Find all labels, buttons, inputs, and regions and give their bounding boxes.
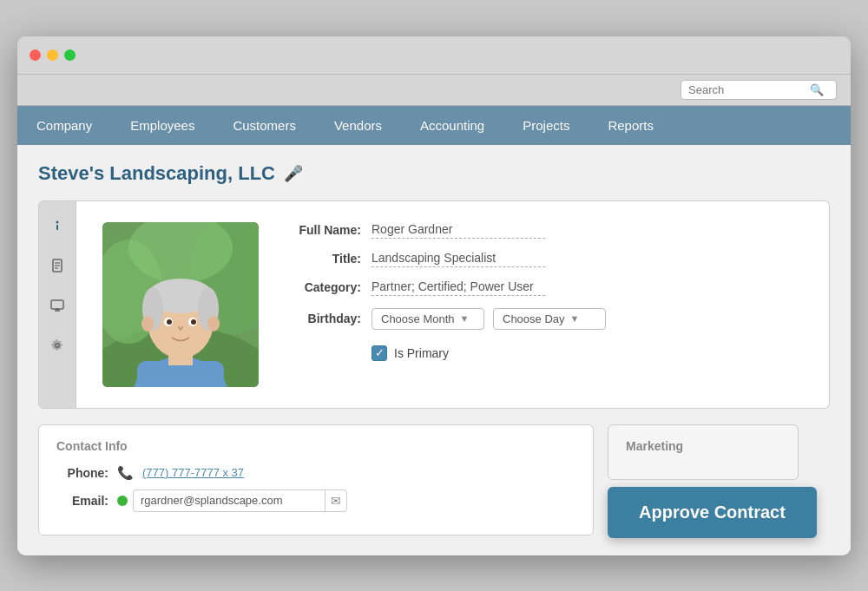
email-input[interactable] <box>134 490 325 510</box>
marketing-title: Marketing <box>626 439 780 453</box>
choose-day-label: Choose Day <box>503 312 565 325</box>
sidebar-settings-icon[interactable] <box>45 333 69 358</box>
navbar: Company Employees Customers Vendors Acco… <box>17 106 851 145</box>
app-window: 🔍 Company Employees Customers Vendors Ac… <box>17 36 851 555</box>
nav-projects[interactable]: Projects <box>503 106 589 145</box>
svg-rect-6 <box>51 300 63 309</box>
sidebar-document-icon[interactable] <box>45 253 69 278</box>
title-row: Title: Landscaping Specialist <box>283 251 803 267</box>
month-dropdown-arrow: ▼ <box>460 313 470 324</box>
svg-point-24 <box>167 319 172 325</box>
nav-employees[interactable]: Employees <box>111 106 214 145</box>
main-content: Steve's Landscaping, LLC 🎤 <box>17 145 851 555</box>
email-envelope-icon: ✉ <box>325 490 346 511</box>
search-icon: 🔍 <box>810 83 824 96</box>
traffic-lights <box>30 49 76 61</box>
choose-month-label: Choose Month <box>381 312 455 325</box>
title-label: Title: <box>283 252 361 266</box>
search-input[interactable] <box>688 83 810 96</box>
fullname-label: Full Name: <box>283 223 361 237</box>
nav-vendors[interactable]: Vendors <box>315 106 401 145</box>
search-bar: 🔍 <box>17 75 851 106</box>
phone-row: Phone: 📞 (777) 777-7777 x 37 <box>56 465 575 481</box>
bottom-right: Marketing Approve Contract <box>608 424 817 538</box>
profile-card: Full Name: Roger Gardner Title: Landscap… <box>76 200 830 409</box>
is-primary-label: Is Primary <box>394 346 449 360</box>
contact-info-card: Contact Info Phone: 📞 (777) 777-7777 x 3… <box>38 424 594 535</box>
marketing-card: Marketing <box>608 424 799 480</box>
category-value: Partner; Certified; Power User <box>372 279 545 296</box>
approve-contract-button[interactable]: Approve Contract <box>608 487 817 538</box>
search-wrapper[interactable]: 🔍 <box>681 80 837 100</box>
svg-point-0 <box>56 220 59 223</box>
title-value: Landscaping Specialist <box>372 251 545 267</box>
sidebar-monitor-icon[interactable] <box>45 293 69 318</box>
nav-customers[interactable]: Customers <box>214 106 315 145</box>
svg-point-27 <box>207 316 220 332</box>
svg-rect-1 <box>56 225 58 230</box>
fullname-value: Roger Gardner <box>372 222 545 239</box>
profile-inner: Full Name: Roger Gardner Title: Landscap… <box>102 222 803 387</box>
nav-company[interactable]: Company <box>17 106 111 145</box>
phone-label: Phone: <box>56 466 108 480</box>
svg-point-26 <box>141 316 154 332</box>
choose-day-dropdown[interactable]: Choose Day ▼ <box>493 308 606 330</box>
day-dropdown-arrow: ▼ <box>570 313 580 324</box>
is-primary-checkbox[interactable]: ✓ <box>372 345 387 361</box>
company-header: Steve's Landscaping, LLC 🎤 <box>38 162 830 185</box>
email-field-row: ✉ <box>117 489 347 512</box>
form-fields: Full Name: Roger Gardner Title: Landscap… <box>283 222 803 387</box>
bottom-row: Contact Info Phone: 📞 (777) 777-7777 x 3… <box>38 424 830 538</box>
mic-icon[interactable]: 🎤 <box>284 164 303 183</box>
nav-accounting[interactable]: Accounting <box>401 106 503 145</box>
avatar <box>102 222 259 387</box>
category-row: Category: Partner; Certified; Power User <box>283 279 803 296</box>
phone-icon: 📞 <box>117 465 134 481</box>
company-title: Steve's Landscaping, LLC <box>38 162 275 185</box>
maximize-button[interactable] <box>64 49 76 61</box>
choose-month-dropdown[interactable]: Choose Month ▼ <box>372 308 484 330</box>
category-label: Category: <box>283 280 361 294</box>
email-label: Email: <box>56 494 108 508</box>
birthday-label: Birthday: <box>283 312 361 325</box>
left-sidebar <box>38 200 76 409</box>
minimize-button[interactable] <box>47 49 58 61</box>
phone-value[interactable]: (777) 777-7777 x 37 <box>142 466 244 479</box>
close-button[interactable] <box>30 49 41 61</box>
sidebar-info-icon[interactable] <box>45 213 69 238</box>
nav-reports[interactable]: Reports <box>589 106 673 145</box>
email-row: Email: ✉ <box>56 489 575 512</box>
contact-info-title: Contact Info <box>56 439 575 453</box>
birthday-row: Birthday: Choose Month ▼ Choose Day ▼ <box>283 308 803 330</box>
titlebar <box>17 36 851 75</box>
birthday-selectors: Choose Month ▼ Choose Day ▼ <box>372 308 606 330</box>
email-input-wrapper: ✉ <box>133 489 347 512</box>
is-primary-row: ✓ Is Primary <box>283 345 803 361</box>
email-status-dot <box>117 496 128 506</box>
svg-point-25 <box>191 319 196 325</box>
fullname-row: Full Name: Roger Gardner <box>283 222 803 239</box>
content-area: Full Name: Roger Gardner Title: Landscap… <box>38 200 830 409</box>
